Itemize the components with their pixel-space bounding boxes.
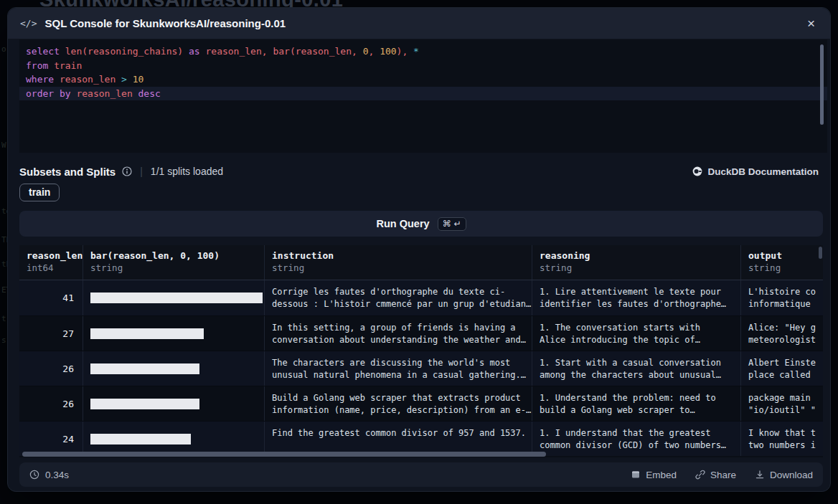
column-name: bar(reason_len, 0, 100) [90,250,260,261]
modal-header: </> SQL Console for SkunkworksAI/reasoni… [8,8,830,39]
sql-console-modal: </> SQL Console for SkunkworksAI/reasoni… [7,7,831,492]
code-line: where reason_len > 10 [19,72,827,87]
column-name: reason_len [27,250,78,261]
horizontal-scrollbar[interactable] [22,452,546,457]
code-line: select len(reasoning_chains) as reason_l… [19,44,827,59]
cell-bar [83,280,265,315]
subsets-row: Subsets and Splits | 1/1 splits loaded D… [19,163,823,179]
info-icon[interactable] [122,166,132,176]
download-icon [755,470,765,480]
duckdb-docs-label: DuckDB Documentation [707,166,819,177]
bar-chart-fill [90,293,263,303]
cell-bar [83,316,265,351]
divider: | [138,166,144,177]
cell-reason-len: 27 [19,316,83,351]
column-header-reason-len: reason_lenint64 [19,245,83,280]
column-header-instruction: instructionstring [265,245,532,280]
background-fragment: s [1,336,6,345]
column-type: string [90,262,260,273]
cell-reasoning: 1. I understand that the greatest common… [532,422,741,456]
table-vertical-scrollbar[interactable] [819,247,822,259]
splits-loaded-status: 1/1 splits loaded [151,166,223,177]
cell-bar [83,422,265,456]
cell-output: Albert Einste place called [741,351,823,386]
code-line: from train [19,59,827,73]
column-type: string [540,262,736,273]
table-row: 24Find the greatest common divisor of 95… [19,421,823,456]
column-header-reasoning: reasoningstring [532,245,741,280]
download-button[interactable]: Download [755,470,813,480]
cell-instruction: Corrige les fautes d'orthographe du text… [265,280,532,315]
table-row: 27In this setting, a group of friends is… [19,315,823,351]
cell-reasoning: 1. Understand the problem: need to build… [532,386,741,421]
cell-reasoning: 1. Start with a casual conversation amon… [532,351,741,386]
cell-instruction: Build a Golang web scraper that extracts… [265,386,532,421]
bar-chart-fill [90,434,191,444]
bar-chart-fill [90,399,199,409]
embed-icon [631,470,641,480]
cell-instruction: In this setting, a group of friends is h… [265,316,532,351]
run-query-label: Run Query [377,218,430,229]
cell-output: Alice: "Hey g meteorologist [741,316,823,351]
split-chip-train[interactable]: train [19,184,60,201]
cell-reason-len: 26 [19,386,83,421]
column-name: output [748,250,819,261]
modal-title: SQL Console for SkunkworksAI/reasoning-0… [44,17,796,29]
cell-output: I know that t two numbers i [741,422,823,456]
cell-reason-len: 41 [19,280,83,315]
bar-chart-fill [90,328,204,339]
subsets-title: Subsets and Splits [19,166,116,178]
column-type: int64 [27,262,78,273]
cell-reason-len: 24 [19,422,83,456]
table-header-row: reason_lenint64bar(reason_len, 0, 100)st… [19,245,823,280]
code-line: order by reason_len desc [19,87,827,101]
cell-reason-len: 26 [19,351,83,386]
table-row: 26The characters are discussing the worl… [19,351,823,386]
table-row: 26Build a Golang web scraper that extrac… [19,386,823,421]
editor-scrollbar[interactable] [820,44,824,125]
clock-icon [29,470,39,480]
column-header-bar-reason-len-0-100-: bar(reason_len, 0, 100)string [83,245,265,280]
modal-footer: 0.34s Embed [19,462,823,487]
results-table: reason_lenint64bar(reason_len, 0, 100)st… [19,245,823,457]
cell-reasoning: 1. The conversation starts with Alice in… [532,316,741,351]
sql-editor[interactable]: select len(reasoning_chains) as reason_l… [19,39,827,153]
cell-bar [83,386,265,421]
splits-chip-list: train [19,184,60,201]
column-header-output: outputstring [741,245,823,280]
cell-output: L'histoire co informatique [741,280,823,315]
embed-button[interactable]: Embed [631,470,677,480]
footer-actions: Embed Share [631,470,813,480]
cell-output: package main "io/ioutil" " [741,386,823,421]
code-icon: </> [20,18,37,29]
column-name: reasoning [540,250,736,261]
query-elapsed-time: 0.34s [29,470,69,480]
cell-instruction: Find the greatest common divisor of 957 … [265,422,532,456]
duckdb-docs-link[interactable]: DuckDB Documentation [688,166,823,178]
column-type: string [748,262,819,273]
close-button[interactable]: × [804,15,818,32]
run-query-button[interactable]: Run Query ⌘ ↵ [19,211,823,237]
share-button[interactable]: Share [695,470,736,480]
bar-chart-fill [90,363,199,374]
column-name: instruction [272,250,527,261]
link-icon [695,470,705,480]
cell-bar [83,351,265,386]
cell-reasoning: 1. Lire attentivement le texte pour iden… [532,280,741,315]
duckdb-icon [692,166,702,176]
table-row: 41Corrige les fautes d'orthographe du te… [19,280,823,315]
background-fragment: W [1,141,6,150]
keyboard-shortcut-badge: ⌘ ↵ [438,217,466,231]
column-type: string [272,262,527,273]
cell-instruction: The characters are discussing the world'… [265,351,532,386]
